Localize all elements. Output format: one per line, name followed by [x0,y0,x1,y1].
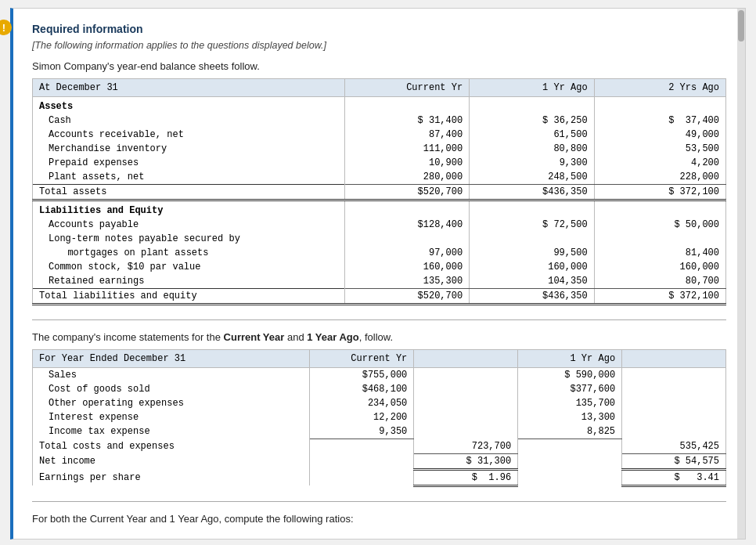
table-row: Cost of goods sold $468,100 $377,600 [33,382,726,396]
table-row: Cash $ 31,400 $ 36,250 $ 37,400 [33,114,726,128]
bs-col-header-1: Current Yr [344,79,469,97]
table-row: Income tax expense 9,350 8,825 [33,424,726,439]
assets-label: Assets [33,97,345,114]
table-row: Accounts payable $128,400 $ 72,500 $ 50,… [33,218,726,232]
eps-row: Earnings per share $ 1.96 $ 3.41 [33,469,726,485]
alert-icon: ! [0,20,12,35]
is-col-header-2: 1 Yr Ago [518,350,622,368]
divider [32,319,726,320]
scrollbar-thumb[interactable] [738,10,744,42]
income-statement-table: For Year Ended December 31 Current Yr 1 … [32,349,726,487]
table-row: Common stock, $10 par value 160,000 160,… [33,260,726,274]
table-row: Other operating expenses 234,050 135,700 [33,396,726,410]
liabilities-header-row: Liabilities and Equity [33,200,726,218]
balance-sheet-intro: Simon Company's year-end balance sheets … [32,60,726,72]
page-title: Required information [32,23,726,35]
table-row: Retained earnings 135,300 104,350 80,700 [33,274,726,289]
income-intro: The company's income statements for the … [32,331,726,343]
scrollbar[interactable] [737,9,745,539]
is-col-header-2b [622,350,726,368]
table-row: Plant assets, net 280,000 248,500 228,00… [33,170,726,185]
table-row: Sales $755,000 $ 590,000 [33,368,726,383]
balance-sheet-table: At December 31 Current Yr 1 Yr Ago 2 Yrs… [32,78,726,305]
bs-col-header-2: 1 Yr Ago [470,79,594,97]
main-container: ! Required information [The following in… [10,8,746,540]
table-row: Long-term notes payable secured by [33,232,726,246]
table-row: Prepaid expenses 10,900 9,300 4,200 [33,156,726,170]
is-col-header-1b [414,350,518,368]
net-income-row: Net income $ 31,300 $ 54,575 [33,453,726,469]
table-row: Merchandise inventory 111,000 80,800 53,… [33,142,726,156]
table-row: mortgages on plant assets 97,000 99,500 … [33,246,726,260]
liabilities-label: Liabilities and Equity [33,200,345,218]
assets-header-row: Assets [33,97,726,114]
divider-2 [32,501,726,502]
is-col-header-0: For Year Ended December 31 [33,350,310,368]
total-liabilities-row: Total liabilities and equity $520,700 $4… [33,289,726,305]
total-assets-row: Total assets $520,700 $436,350 $ 372,100 [33,185,726,200]
bs-col-header-3: 2 Yrs Ago [594,79,725,97]
table-row: Interest expense 12,200 13,300 [33,410,726,424]
subtitle: [The following information applies to th… [32,40,726,51]
total-costs-row: Total costs and expenses 723,700 535,425 [33,439,726,454]
footer-text: For both the Current Year and 1 Year Ago… [32,513,726,525]
table-row: Accounts receivable, net 87,400 61,500 4… [33,128,726,142]
is-col-header-1: Current Yr [310,350,414,368]
bs-col-header-0: At December 31 [33,79,345,97]
